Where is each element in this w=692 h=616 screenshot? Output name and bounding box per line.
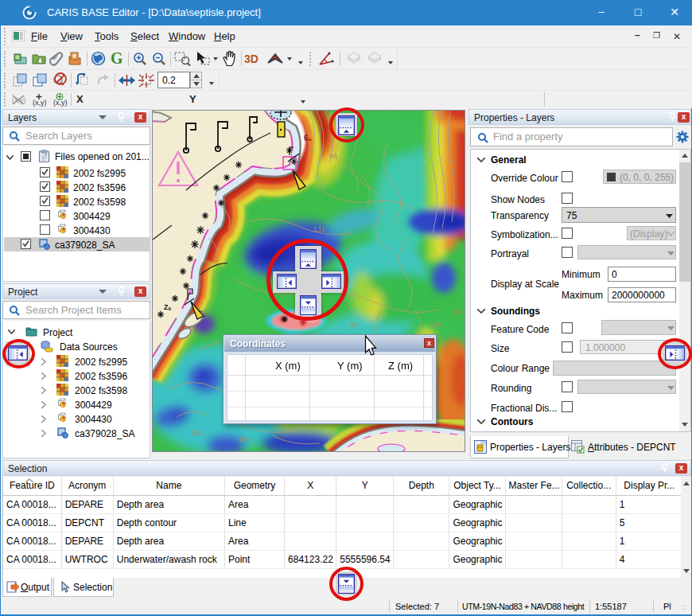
svg-text:(x,y): (x,y): [33, 99, 47, 107]
svg-text:186: 186: [239, 435, 251, 443]
svg-text:G: G: [111, 50, 123, 67]
svg-text:3D: 3D: [244, 53, 259, 65]
svg-text:Zₒ: Zₒ: [164, 303, 171, 311]
svg-text:6₆: 6₆: [304, 134, 312, 142]
svg-text:54: 54: [453, 308, 461, 316]
svg-text:92: 92: [350, 321, 358, 329]
svg-text:106: 106: [430, 321, 441, 329]
svg-text:96: 96: [329, 152, 337, 160]
svg-text:131: 131: [313, 225, 325, 233]
svg-text:153: 153: [191, 429, 203, 437]
